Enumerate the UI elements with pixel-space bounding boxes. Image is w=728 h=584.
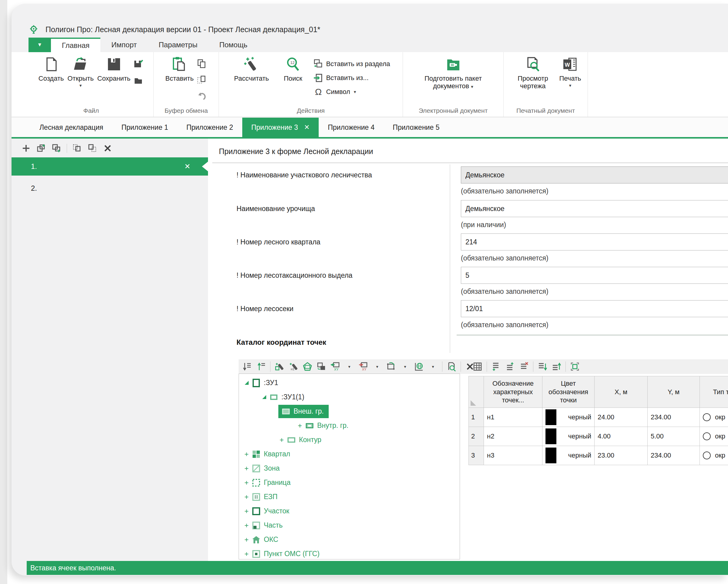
tree-node-uchastok[interactable]: + Участок <box>239 504 460 518</box>
symbol-button[interactable]: Ω Символ ▾ <box>313 87 390 97</box>
add-record-before-button[interactable] <box>36 143 47 154</box>
delete-record-button[interactable] <box>102 143 113 154</box>
doc-tab-annex-4[interactable]: Приложение 4 <box>319 118 384 137</box>
record-close-icon[interactable]: ✕ <box>184 162 190 171</box>
expand-icon[interactable]: + <box>242 464 251 473</box>
tree-node-zu1[interactable]: :ЗУ1 <box>239 376 460 390</box>
expand-icon[interactable]: + <box>296 422 304 430</box>
save-close-button[interactable] <box>133 75 144 85</box>
tree-node-punkt-oms[interactable]: + Пункт ОМС (ГГС) <box>239 547 460 559</box>
expanded-icon[interactable] <box>242 381 251 385</box>
select-contour-button[interactable] <box>569 360 581 373</box>
x-cell[interactable]: 4.00 <box>595 427 648 446</box>
open-button[interactable]: Открыть ▾ <box>67 56 94 88</box>
coordinate-system-button[interactable] <box>413 360 425 373</box>
tree-node-oks[interactable]: + ОКС <box>239 532 460 547</box>
calculate-button[interactable]: Рассчитать <box>230 56 272 82</box>
drawing-preview-button[interactable]: Просмотр чертежа <box>510 56 555 90</box>
check-document-button[interactable] <box>445 360 458 373</box>
point-color-cell[interactable]: черный <box>542 446 595 465</box>
expand-icon[interactable]: + <box>242 521 251 530</box>
cutting-area-input[interactable] <box>461 300 728 317</box>
print-button[interactable]: W Печать ▾ <box>559 56 581 88</box>
forestry-input[interactable] <box>461 167 728 183</box>
col-designation[interactable]: Обозначение характерных точек... <box>484 376 542 408</box>
point-name-cell[interactable]: н3 <box>484 446 542 465</box>
doc-tab-annex-5[interactable]: Приложение 5 <box>384 118 448 137</box>
col-type[interactable]: Тип то <box>700 376 728 408</box>
paste-button[interactable]: Вставить <box>165 56 193 82</box>
expand-icon[interactable]: + <box>242 550 251 558</box>
polygon-button[interactable] <box>302 360 313 373</box>
y-cell[interactable]: 5.00 <box>648 427 700 446</box>
sort-points-up-button[interactable] <box>255 360 267 373</box>
sort-points-down-button[interactable] <box>241 360 253 373</box>
select-all-cell[interactable] <box>469 376 484 408</box>
doc-tab-declaration[interactable]: Лесная декларация <box>30 118 112 137</box>
x-cell[interactable]: 23.00 <box>595 446 648 465</box>
tree-node-contour[interactable]: + Контур <box>239 433 460 447</box>
point-name-cell[interactable]: н2 <box>484 427 542 446</box>
ribbon-tab-params[interactable]: Параметры <box>148 37 208 52</box>
insert-row-above-button[interactable] <box>504 360 516 373</box>
point-type-cell[interactable]: окр <box>700 427 728 446</box>
point-color-cell[interactable]: черный <box>542 408 595 427</box>
move-row-down-button[interactable] <box>536 360 548 373</box>
allotment-input[interactable] <box>461 267 728 284</box>
draw-object-button[interactable] <box>274 360 286 373</box>
delete-row-button[interactable] <box>518 360 530 373</box>
create-button[interactable]: Создать <box>38 56 64 82</box>
move-row-up-button[interactable] <box>550 360 563 373</box>
tree-node-granitsa[interactable]: + Граница <box>239 476 460 490</box>
row-number[interactable]: 2 <box>469 427 484 446</box>
doc-tab-annex-3[interactable]: Приложение 3 ✕ <box>242 118 319 137</box>
point-name-cell[interactable]: н1 <box>484 408 542 427</box>
save-button[interactable]: Сохранить <box>97 56 130 82</box>
row-number[interactable]: 3 <box>469 446 484 465</box>
tree-node-ezp[interactable]: + ЕЗП <box>239 490 460 504</box>
tree-node-inner-boundary[interactable]: + Внутр. гр. <box>239 418 460 433</box>
col-y[interactable]: Y, м <box>648 376 700 408</box>
tree-node-outer-boundary[interactable]: Внеш. гр. <box>239 404 460 418</box>
table-settings-button[interactable] <box>471 360 484 373</box>
point-type-cell[interactable]: окр <box>700 408 728 427</box>
coordinate-caret[interactable]: ▾ <box>427 360 439 373</box>
rename-points-button[interactable]: н1 <box>287 360 300 373</box>
add-record-after-button[interactable] <box>51 143 62 154</box>
expanded-icon[interactable] <box>260 395 268 399</box>
col-color[interactable]: Цвет обозначения точки <box>542 376 595 408</box>
import-xy-button[interactable]: XY <box>329 360 341 373</box>
col-x[interactable]: X, м <box>595 376 648 408</box>
expand-icon[interactable]: + <box>242 450 251 458</box>
copy-record-button[interactable] <box>72 143 83 154</box>
x-cell[interactable]: 24.00 <box>595 408 648 427</box>
y-cell[interactable]: 234.00 <box>648 446 700 465</box>
expand-icon[interactable]: + <box>278 436 286 444</box>
export-xy-button[interactable]: XY <box>357 360 369 373</box>
expand-icon[interactable]: + <box>242 507 251 515</box>
file-menu-button[interactable]: ▼ <box>28 37 51 52</box>
insert-row-button[interactable] <box>490 360 502 373</box>
ribbon-tab-help[interactable]: Помощь <box>208 37 258 52</box>
point-type-cell[interactable]: окр <box>700 446 728 465</box>
transform-caret[interactable]: ▾ <box>399 360 411 373</box>
save-as-button[interactable] <box>133 58 144 69</box>
expand-icon[interactable]: + <box>242 535 251 544</box>
point-color-cell[interactable]: черный <box>542 427 595 446</box>
export-xy-caret[interactable]: ▾ <box>371 360 383 373</box>
transform-contour-button[interactable] <box>385 360 397 373</box>
tree-node-zona[interactable]: + Зона <box>239 461 460 476</box>
ribbon-tab-import[interactable]: Импорт <box>100 37 148 52</box>
tract-input[interactable] <box>461 200 728 217</box>
expand-icon[interactable]: + <box>242 493 251 501</box>
expand-icon[interactable]: + <box>242 479 251 487</box>
insert-from-button[interactable]: Вставить из... <box>313 73 390 83</box>
add-record-button[interactable] <box>21 143 31 154</box>
ribbon-tab-main[interactable]: Главная <box>51 37 100 52</box>
tab-close-icon[interactable]: ✕ <box>304 123 310 131</box>
import-xy-caret[interactable]: ▾ <box>343 360 355 373</box>
record-item-2[interactable]: 2. <box>11 180 208 196</box>
prepare-package-button[interactable]: Подготовить пакет документов ▾ <box>424 56 482 90</box>
paste-record-button[interactable] <box>87 143 98 154</box>
undo-button[interactable] <box>196 91 207 102</box>
